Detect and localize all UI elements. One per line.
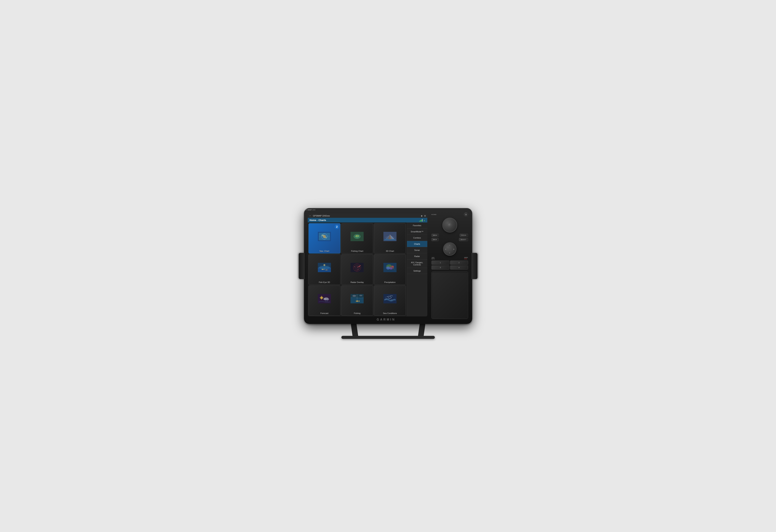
svg-point-62: [352, 295, 356, 297]
menu-button[interactable]: MENU: [431, 234, 439, 237]
svg-point-33: [359, 266, 360, 267]
svg-point-26: [326, 270, 327, 270]
svg-point-13: [356, 236, 356, 236]
main-encoder-knob[interactable]: [442, 218, 457, 233]
menu-focus-row: MENU FOCUS: [431, 234, 469, 237]
precipitation-label: Precipitation: [384, 281, 396, 283]
fishing-chart-label: Fishing Chart: [351, 250, 363, 252]
nav-info-group: NAV INFO: [431, 257, 435, 259]
svg-rect-7: [325, 237, 327, 238]
precipitation-thumb: [374, 254, 406, 281]
garmin-device: GPSMAP XSV GARMIN ← GPSMAP 1042xsv ▶ ⊞: [304, 208, 472, 324]
gps-signal-icon: ▲: [423, 219, 425, 221]
device-model-label: GPSMAP XSV: [305, 209, 316, 211]
sidebar-item-settings[interactable]: Settings: [407, 268, 427, 274]
fishing-item[interactable]: Fishing: [341, 285, 373, 316]
sos-label: SOS: [464, 258, 468, 259]
radar-overlay-label: Radar Overlay: [351, 281, 364, 283]
btn-3[interactable]: 3: [431, 265, 449, 270]
btn-1[interactable]: 1: [431, 261, 449, 265]
touchpad[interactable]: [431, 271, 468, 319]
back-button[interactable]: ←: [309, 215, 312, 217]
arrow-right-icon: ▶: [453, 248, 455, 250]
breadcrumb-text: Home - Charts: [310, 219, 326, 222]
fishing-thumb: [341, 286, 373, 312]
btn-2[interactable]: 2: [450, 261, 468, 265]
controls-panel: HOME ⏻ MENU FOCUS BACK SELECT ▲ ▼ ◀: [429, 211, 470, 321]
3d-chart-label: 3D Chart: [386, 250, 394, 252]
info-label: INFO: [431, 258, 435, 259]
nav-chart-label: Nav. Chart: [320, 250, 329, 252]
sidebar-item-favorites[interactable]: Favorites: [407, 223, 427, 229]
svg-point-35: [358, 269, 358, 270]
sidebar-item-charts[interactable]: Charts: [407, 241, 427, 247]
mark-sos-group: MARK SOS: [464, 257, 468, 259]
main-content: 2 Nav. Chart: [308, 223, 427, 316]
home-label: HOME: [431, 214, 437, 215]
nav-chart-item[interactable]: 2 Nav. Chart: [309, 223, 341, 254]
svg-point-34: [355, 266, 355, 267]
sidebar: Favorites SmartMode™ Combos Charts Sonar…: [407, 223, 427, 316]
power-button[interactable]: ⏻: [464, 212, 468, 217]
device-stand: [341, 324, 435, 339]
back-select-row: BACK SELECT: [431, 238, 469, 241]
svg-point-61: [356, 301, 357, 301]
chart-grid: 2 Nav. Chart: [308, 223, 407, 316]
svg-point-63: [359, 295, 362, 296]
btn-4[interactable]: 4: [450, 265, 468, 270]
sea-conditions-label: Sea Conditions: [383, 312, 397, 314]
sidebar-item-sonar[interactable]: Sonar: [407, 247, 427, 253]
sidebar-item-av-gauges[interactable]: A/V, Gauges, Controls: [407, 259, 427, 268]
svg-point-23: [319, 266, 330, 269]
screen-area: ← GPSMAP 1042xsv ▶ ⊞ Home - Charts: [308, 214, 427, 316]
fishing-label: Fishing: [354, 312, 360, 314]
right-handle: [471, 253, 477, 279]
svg-point-42: [389, 267, 392, 270]
breadcrumb-bar: Home - Charts ▲: [308, 218, 427, 223]
sidebar-item-radar[interactable]: Radar: [407, 253, 427, 259]
svg-rect-64: [383, 294, 396, 303]
radar-overlay-item[interactable]: Radar Overlay: [341, 254, 373, 284]
svg-point-45: [320, 296, 323, 299]
signal-icons: ▲: [419, 219, 425, 222]
home-power-row: HOME ⏻: [431, 212, 469, 217]
fish-eye-3d-item[interactable]: Fish Eye 3D: [309, 254, 341, 284]
grid-icon: ⊞: [424, 215, 426, 217]
arrow-up-icon: ▲: [449, 244, 451, 246]
svg-point-28: [324, 264, 325, 266]
nav-dpad-knob[interactable]: ▲ ▼ ◀ ▶: [443, 242, 456, 256]
select-button[interactable]: SELECT: [459, 238, 468, 241]
forecast-item[interactable]: Forecast: [309, 285, 341, 316]
dpad-arrows: ▲ ▼ ◀ ▶: [443, 243, 456, 255]
radar-overlay-thumb: [341, 254, 373, 281]
sea-conditions-item[interactable]: Sea Conditions: [374, 285, 406, 316]
nav-chart-badge: 2: [335, 225, 339, 229]
left-handle: [299, 253, 305, 279]
signal-bars: [419, 219, 423, 222]
svg-point-51: [324, 298, 327, 300]
sidebar-item-smartmode[interactable]: SmartMode™: [407, 229, 427, 235]
sidebar-item-combos[interactable]: Combos: [407, 235, 427, 241]
arrow-left-icon: ◀: [445, 248, 446, 250]
top-icons: ▶ ⊞: [421, 215, 426, 217]
fishing-chart-item[interactable]: Fishing Chart: [341, 223, 373, 254]
garmin-brand-label: GARMIN: [377, 318, 396, 321]
sea-conditions-thumb: [374, 286, 406, 312]
number-buttons: 1 2 3 4: [431, 261, 469, 270]
mark-label: MARK: [464, 257, 468, 258]
3d-chart-thumb: [374, 223, 406, 250]
3d-chart-item[interactable]: 3D Chart: [374, 223, 406, 254]
precipitation-item[interactable]: Precipitation: [374, 254, 406, 284]
svg-point-41: [386, 267, 390, 270]
fish-eye-3d-thumb: [309, 254, 340, 281]
back-button-ctrl[interactable]: BACK: [431, 238, 439, 241]
top-bar: ← GPSMAP 1042xsv ▶ ⊞: [308, 214, 427, 218]
nav-info-mark-row: NAV INFO MARK SOS: [431, 257, 469, 259]
svg-point-52: [326, 298, 329, 300]
arrow-down-icon: ▼: [449, 252, 451, 254]
screen-content: ← GPSMAP 1042xsv ▶ ⊞ Home - Charts: [308, 214, 427, 316]
forecast-thumb: [309, 286, 340, 312]
fish-eye-3d-label: Fish Eye 3D: [319, 281, 330, 283]
nav-info-label: NAV: [431, 257, 435, 258]
focus-button[interactable]: FOCUS: [460, 234, 468, 237]
